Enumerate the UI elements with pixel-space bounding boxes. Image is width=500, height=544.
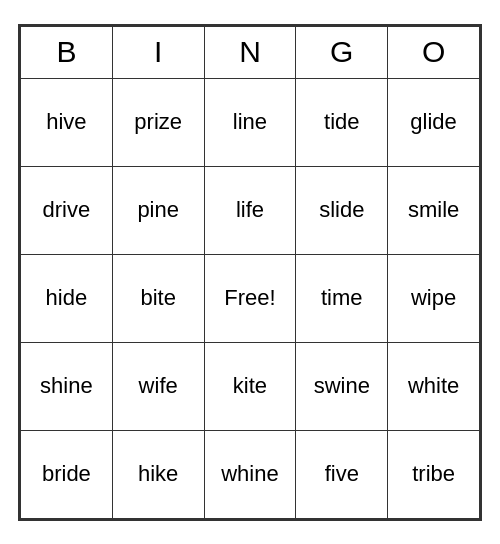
bingo-table: BINGO hiveprizelinetideglidedrivepinelif… <box>20 26 480 519</box>
bingo-cell-r3-c4: white <box>388 342 480 430</box>
bingo-cell-r1-c4: smile <box>388 166 480 254</box>
bingo-cell-r4-c4: tribe <box>388 430 480 518</box>
bingo-cell-r4-c3: five <box>296 430 388 518</box>
bingo-cell-r2-c1: bite <box>112 254 204 342</box>
bingo-cell-r2-c4: wipe <box>388 254 480 342</box>
bingo-cell-r2-c2: Free! <box>204 254 296 342</box>
bingo-cell-r3-c1: wife <box>112 342 204 430</box>
bingo-cell-r2-c0: hide <box>21 254 113 342</box>
bingo-cell-r3-c0: shine <box>21 342 113 430</box>
bingo-cell-r0-c1: prize <box>112 78 204 166</box>
table-row: hiveprizelinetideglide <box>21 78 480 166</box>
bingo-cell-r0-c4: glide <box>388 78 480 166</box>
bingo-cell-r0-c0: hive <box>21 78 113 166</box>
bingo-cell-r1-c2: life <box>204 166 296 254</box>
bingo-cell-r1-c0: drive <box>21 166 113 254</box>
header-cell-n: N <box>204 26 296 78</box>
header-cell-b: B <box>21 26 113 78</box>
bingo-cell-r3-c2: kite <box>204 342 296 430</box>
header-row: BINGO <box>21 26 480 78</box>
table-row: drivepinelifeslidesmile <box>21 166 480 254</box>
bingo-cell-r0-c2: line <box>204 78 296 166</box>
table-row: bridehikewhinefivetribe <box>21 430 480 518</box>
header-cell-g: G <box>296 26 388 78</box>
bingo-cell-r0-c3: tide <box>296 78 388 166</box>
bingo-cell-r1-c1: pine <box>112 166 204 254</box>
bingo-cell-r2-c3: time <box>296 254 388 342</box>
bingo-cell-r4-c1: hike <box>112 430 204 518</box>
bingo-cell-r1-c3: slide <box>296 166 388 254</box>
bingo-cell-r4-c0: bride <box>21 430 113 518</box>
header-cell-o: O <box>388 26 480 78</box>
bingo-cell-r3-c3: swine <box>296 342 388 430</box>
header-cell-i: I <box>112 26 204 78</box>
table-row: hidebiteFree!timewipe <box>21 254 480 342</box>
table-row: shinewifekiteswinewhite <box>21 342 480 430</box>
bingo-cell-r4-c2: whine <box>204 430 296 518</box>
bingo-card: BINGO hiveprizelinetideglidedrivepinelif… <box>18 24 482 521</box>
